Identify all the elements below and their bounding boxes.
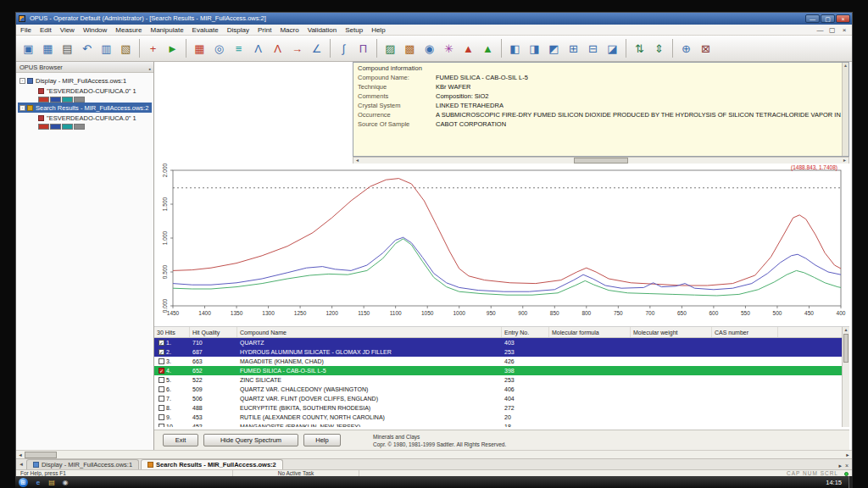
bottom-scrollbar[interactable]: ◄ ► bbox=[16, 450, 852, 458]
table-row[interactable]: 6.509QUARTZ VAR. CHALCEDONY (WASHINGTON)… bbox=[154, 385, 849, 394]
spectrum-thumbnails[interactable] bbox=[38, 123, 152, 130]
menu-manipulate[interactable]: Manipulate bbox=[146, 25, 187, 36]
hide-query-spectrum-button[interactable]: Hide Query Spectrum bbox=[203, 434, 298, 446]
row-checkbox[interactable] bbox=[159, 424, 164, 427]
row-checkbox[interactable]: ✓ bbox=[159, 340, 164, 346]
tab-close-button[interactable]: × bbox=[845, 463, 849, 469]
menu-print[interactable]: Print bbox=[253, 25, 275, 36]
show-desktop-button[interactable] bbox=[849, 476, 853, 488]
window-split-top-icon[interactable]: ◩ bbox=[544, 39, 564, 58]
spectrum-thumbnail-icon[interactable] bbox=[50, 97, 61, 103]
scale-arrow-icon[interactable]: → bbox=[287, 39, 307, 58]
scroll-left-icon[interactable]: ◄ bbox=[353, 158, 361, 164]
scrollbar-thumb[interactable] bbox=[25, 452, 57, 458]
table-row[interactable]: 3.663MAGADIITE (KHANEM, CHAD)426 bbox=[154, 357, 849, 366]
axes-icon[interactable]: ∠ bbox=[307, 39, 326, 58]
mdi-close-button[interactable]: × bbox=[839, 25, 849, 36]
table-row[interactable]: 8.488EUCRYPTITE (BIKITA, SOUTHERN RHODES… bbox=[154, 403, 849, 413]
scale-y-icon[interactable]: ⇅ bbox=[630, 39, 649, 58]
open-file-icon[interactable]: ▣ bbox=[19, 39, 38, 58]
column-header[interactable]: Entry No. bbox=[502, 327, 549, 337]
menu-validation[interactable]: Validation bbox=[303, 25, 342, 36]
tree-item[interactable]: -Search Results - MIR_FullAccess.ows:2 bbox=[18, 103, 152, 113]
scroll-up-icon[interactable]: ▲ bbox=[843, 327, 849, 332]
tree-item[interactable]: "ESVERDEADO-CUFIUCA.0" 1 bbox=[18, 86, 152, 96]
menu-edit[interactable]: Edit bbox=[36, 25, 56, 36]
scroll-left-icon[interactable]: ◄ bbox=[16, 452, 25, 458]
table-row[interactable]: ✓4.652FUMED SILICA - CAB-O-SIL L-5398 bbox=[154, 366, 849, 375]
spectrum-thumbnail-icon[interactable] bbox=[62, 97, 73, 103]
row-checkbox[interactable] bbox=[159, 414, 164, 420]
exit-button[interactable]: Exit bbox=[163, 434, 198, 446]
spectrum-thumbnail-icon[interactable] bbox=[38, 97, 49, 103]
menu-help[interactable]: Help bbox=[367, 25, 389, 36]
explorer-taskbar-icon[interactable]: ▤ bbox=[45, 477, 58, 488]
tab-search-results[interactable]: Search Results - MIR_FullAccess.ows:2 bbox=[141, 459, 283, 469]
display-grid-icon[interactable]: ▦ bbox=[190, 39, 209, 58]
tab-scroll-left-button[interactable]: ◄ bbox=[16, 459, 26, 469]
tree-expander-icon[interactable]: - bbox=[19, 105, 25, 111]
window-full-icon[interactable]: ◪ bbox=[603, 39, 622, 58]
peak-overlay-icon[interactable]: Λ bbox=[268, 39, 287, 58]
menu-measure[interactable]: Measure bbox=[111, 25, 146, 36]
tree-expander-icon[interactable]: - bbox=[19, 78, 25, 84]
spectrum-thumbnail-icon[interactable] bbox=[74, 124, 85, 130]
mdi-minimize-button[interactable]: — bbox=[815, 25, 826, 36]
clipboard-icon[interactable]: ▧ bbox=[116, 39, 136, 58]
row-checkbox[interactable] bbox=[159, 386, 164, 392]
window-grid-icon[interactable]: ⊞ bbox=[564, 39, 583, 58]
menu-file[interactable]: File bbox=[16, 25, 36, 36]
overlay-spectra-icon[interactable]: Λ bbox=[248, 39, 268, 58]
scroll-up-icon[interactable]: ▲ bbox=[843, 63, 849, 68]
table-row[interactable]: ✓1.710QUARTZ403 bbox=[154, 338, 849, 347]
column-header[interactable]: Molecular formula bbox=[549, 327, 631, 337]
print-icon[interactable]: ▤ bbox=[58, 39, 77, 58]
table-row[interactable]: 5.522ZINC SILICATE253 bbox=[154, 375, 849, 385]
row-checkbox[interactable]: ✓ bbox=[159, 368, 164, 374]
display-target-icon[interactable]: ◎ bbox=[209, 39, 229, 58]
window-split-left-icon[interactable]: ◧ bbox=[505, 39, 525, 58]
menu-evaluate[interactable]: Evaluate bbox=[188, 25, 223, 36]
column-header[interactable]: 30 Hits bbox=[154, 327, 190, 337]
scrollbar-thumb[interactable] bbox=[574, 158, 628, 164]
integrate-icon[interactable]: ∫ bbox=[334, 39, 353, 58]
results-vertical-scrollbar[interactable]: ▲ bbox=[842, 327, 849, 427]
menu-display[interactable]: Display bbox=[223, 25, 253, 36]
chart-red-icon[interactable]: ▲ bbox=[459, 39, 478, 58]
row-checkbox[interactable] bbox=[159, 396, 164, 402]
row-checkbox[interactable] bbox=[159, 377, 164, 383]
minimize-button[interactable]: — bbox=[805, 14, 820, 23]
column-header[interactable]: Compound Name bbox=[237, 327, 502, 337]
scrollbar-thumb[interactable] bbox=[843, 334, 849, 363]
tab-menu-button[interactable]: ▸ bbox=[838, 463, 842, 469]
spectrum-chart[interactable]: 1450140013501300125012001150110010501000… bbox=[154, 164, 849, 323]
search-library-icon[interactable]: ◉ bbox=[420, 39, 439, 58]
compound-vertical-scrollbar[interactable]: ▲ bbox=[842, 63, 849, 156]
media-taskbar-icon[interactable]: ◉ bbox=[58, 477, 72, 488]
row-checkbox[interactable]: ✓ bbox=[159, 349, 164, 355]
spectrum-svg[interactable]: 1450140013501300125012001150110010501000… bbox=[154, 164, 849, 323]
title-bar[interactable]: OPUS - Operator Default (Administrator) … bbox=[16, 13, 852, 25]
table-row[interactable]: ✓2.687HYDROUS ALUMINUM SILICATE - GLOMAX… bbox=[154, 347, 849, 357]
window-split-right-icon[interactable]: ◨ bbox=[525, 39, 544, 58]
tree-item[interactable]: "ESVERDEADO-CUFIUCA.0" 1 bbox=[18, 113, 152, 123]
browser-taskbar-icon[interactable]: e bbox=[31, 477, 45, 488]
spectrum-thumbnails[interactable] bbox=[38, 96, 152, 103]
spectrum-thumbnail-icon[interactable] bbox=[62, 124, 73, 130]
rapid-measure-icon[interactable]: ► bbox=[163, 39, 182, 58]
menu-setup[interactable]: Setup bbox=[341, 25, 367, 36]
undo-icon[interactable]: ↶ bbox=[77, 39, 97, 58]
map-view-icon[interactable]: ▨ bbox=[381, 39, 400, 58]
exit-app-icon[interactable]: ⊠ bbox=[696, 39, 715, 58]
menu-view[interactable]: View bbox=[56, 25, 79, 36]
tab-display[interactable]: Display - MIR_FullAccess.ows:1 bbox=[26, 459, 139, 469]
spectrum-thumbnail-icon[interactable] bbox=[38, 124, 49, 130]
molecule-icon[interactable]: ⊕ bbox=[676, 39, 696, 58]
quick-search-icon[interactable]: ✳ bbox=[439, 39, 459, 58]
scroll-right-icon[interactable]: ► bbox=[841, 158, 849, 164]
column-header[interactable]: Hit Quality bbox=[190, 327, 237, 337]
row-checkbox[interactable] bbox=[159, 358, 164, 364]
copy-icon[interactable]: ▥ bbox=[97, 39, 116, 58]
table-row[interactable]: 9.453RUTILE (ALEXANDER COUNTY, NORTH CAR… bbox=[154, 413, 849, 422]
close-button[interactable]: × bbox=[836, 14, 850, 23]
